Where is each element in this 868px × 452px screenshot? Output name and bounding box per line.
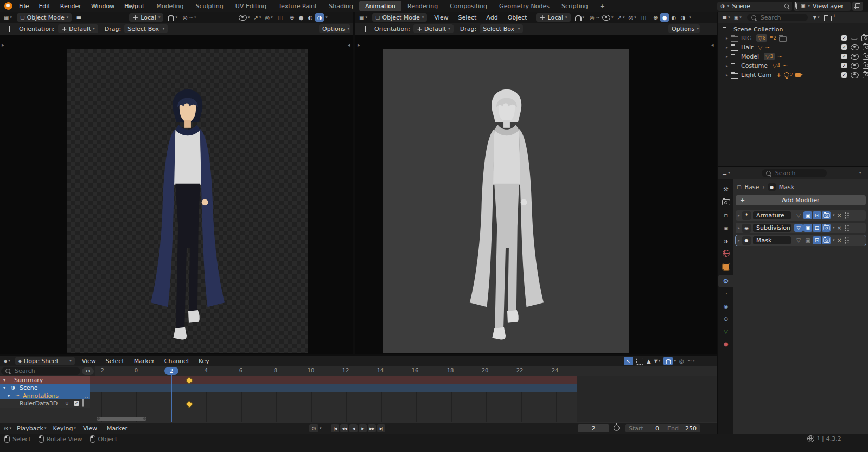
- drag-value-dropdown[interactable]: Select Box▾: [124, 24, 168, 33]
- edit-mode-toggle[interactable]: ▣: [803, 236, 812, 244]
- show-hidden-toggle[interactable]: [636, 358, 643, 365]
- modifier-armature[interactable]: ▸ * Armature ▽ ▣ ⊡ ▾ ×: [736, 210, 866, 221]
- viewport-splitter[interactable]: [353, 12, 355, 354]
- add-modifier-button[interactable]: + Add Modifier: [736, 195, 866, 205]
- expander-icon[interactable]: ▸: [726, 63, 728, 68]
- channel-scene-label[interactable]: ▾ ◑ Scene: [0, 384, 90, 392]
- edit-mode-toggle[interactable]: ▣: [803, 211, 812, 219]
- modifier-extras-dropdown[interactable]: ▾: [833, 238, 835, 242]
- shading-solid-button[interactable]: ●: [660, 13, 669, 22]
- outliner-search-input[interactable]: [760, 14, 803, 22]
- close-icon[interactable]: ×: [837, 212, 842, 219]
- tab-view-layer-icon[interactable]: ▣: [718, 222, 733, 234]
- modifier-extras-dropdown[interactable]: ▾: [833, 226, 835, 230]
- shading-rendered-button[interactable]: ◑: [315, 13, 324, 22]
- viewport-dopesheet-splitter[interactable]: [0, 354, 717, 356]
- render-visibility-icon[interactable]: [863, 72, 868, 78]
- xray-toggle[interactable]: ◫: [278, 15, 283, 21]
- select-menu[interactable]: Select: [453, 12, 481, 23]
- filter-dropdown[interactable]: ▼▾: [654, 359, 661, 364]
- expander-icon[interactable]: ▸: [738, 213, 740, 218]
- expander-open-icon[interactable]: ▾: [3, 385, 5, 390]
- snap-toggle[interactable]: ▾: [575, 14, 585, 21]
- tab-render-icon[interactable]: [718, 196, 733, 209]
- breadcrumb-modifier[interactable]: Mask: [779, 184, 794, 191]
- editor-type-button[interactable]: ▦▾: [4, 15, 12, 21]
- tab-scene-icon[interactable]: ◑: [718, 235, 733, 247]
- options-dropdown[interactable]: Options▾: [319, 24, 350, 33]
- render-toggle[interactable]: [822, 236, 831, 244]
- shading-dropdown[interactable]: ▾: [689, 16, 691, 20]
- tab-world-icon[interactable]: [718, 247, 733, 260]
- exclude-checkbox[interactable]: ✓: [841, 63, 847, 68]
- close-icon[interactable]: ×: [837, 224, 842, 231]
- add-workspace-button[interactable]: +: [594, 1, 611, 11]
- view-layer-selector[interactable]: ▣▾ ViewLayer: [797, 1, 863, 11]
- channel-summary-label[interactable]: ▾ Summary: [0, 376, 90, 384]
- proportional-editing-toggle[interactable]: ◎~▾: [590, 15, 603, 21]
- tab-output-icon[interactable]: ⊟: [718, 209, 733, 222]
- expander-icon[interactable]: ▸: [726, 73, 728, 78]
- marker-menu[interactable]: Marker: [102, 423, 132, 434]
- only-errors-toggle[interactable]: ▲: [647, 358, 651, 364]
- falloff-dropdown[interactable]: ~▾: [687, 358, 695, 364]
- outliner-row-costume[interactable]: ▸ Costume ▽4 ~ ✓: [726, 61, 868, 70]
- menu-file[interactable]: File: [14, 0, 34, 12]
- timeline-editor-type-button[interactable]: ⊙▾: [4, 425, 11, 431]
- expand-search-button[interactable]: ↔: [82, 367, 94, 375]
- channel-checkbox[interactable]: ✓: [74, 401, 79, 406]
- shading-material-button[interactable]: ◐: [306, 13, 315, 22]
- properties-search-input[interactable]: [774, 169, 822, 177]
- exclude-checkbox[interactable]: ✓: [841, 35, 847, 41]
- drag-handle[interactable]: [844, 237, 850, 244]
- shading-material-button[interactable]: ◐: [669, 13, 678, 22]
- channel-curve-icon[interactable]: ∪: [65, 401, 69, 406]
- outliner-display-mode-dropdown[interactable]: ≡▾: [722, 14, 730, 21]
- outliner-filter-dropdown[interactable]: ▼▾: [813, 15, 820, 20]
- editor-type-button[interactable]: ▦▾: [359, 15, 367, 21]
- end-frame-field[interactable]: End250: [663, 424, 700, 432]
- menu-render[interactable]: Render: [55, 0, 86, 12]
- only-selected-toggle[interactable]: ↖: [624, 357, 633, 365]
- play-button[interactable]: ▶: [359, 424, 367, 432]
- snap-dropdown[interactable]: ▾: [663, 357, 676, 365]
- tab-material-icon[interactable]: ●: [718, 338, 733, 350]
- unlocked-icon[interactable]: [82, 399, 84, 407]
- edit-cage-toggle[interactable]: ▽: [794, 224, 803, 232]
- modifier-extras-dropdown[interactable]: ▾: [833, 214, 835, 217]
- timeline-ruler[interactable]: -2 0 4 6 8 10 12 14 16 18 20 22 24: [0, 366, 717, 376]
- menu-window[interactable]: Window: [86, 0, 119, 12]
- realtime-toggle[interactable]: ⊡: [813, 236, 821, 244]
- snap-toggle[interactable]: ▾: [168, 14, 177, 21]
- overlays-dropdown[interactable]: ◎▾: [628, 15, 636, 21]
- properties-editor-type-button[interactable]: ≡▾: [722, 170, 730, 177]
- modifier-name-field[interactable]: Subdivision: [753, 224, 791, 232]
- tab-compositing[interactable]: Compositing: [444, 1, 493, 11]
- outliner-properties-splitter[interactable]: [718, 166, 868, 167]
- render-visibility-icon[interactable]: [863, 54, 868, 60]
- current-frame-badge[interactable]: 2: [164, 367, 178, 375]
- show-object-types-dropdown[interactable]: ▾: [602, 15, 614, 21]
- menu-edit[interactable]: Edit: [34, 0, 55, 12]
- jump-to-end-button[interactable]: ▶|: [377, 424, 385, 432]
- tab-rendering[interactable]: Rendering: [401, 1, 444, 11]
- collapsed-menus-button[interactable]: ≡: [76, 14, 81, 21]
- channel-menu[interactable]: Channel: [159, 356, 194, 366]
- preview-range-clock-icon[interactable]: [614, 425, 620, 431]
- close-icon[interactable]: ×: [837, 237, 842, 244]
- properties-options-dropdown[interactable]: ▾: [859, 171, 861, 175]
- tab-sculpting[interactable]: Sculpting: [189, 1, 229, 11]
- current-frame-field[interactable]: 2: [578, 424, 609, 432]
- overlays-dropdown[interactable]: ◎▾: [265, 15, 272, 21]
- key-menu[interactable]: Key: [194, 356, 214, 366]
- view-menu[interactable]: View: [429, 12, 453, 23]
- exclude-checkbox[interactable]: ✓: [841, 44, 847, 50]
- modifier-mask[interactable]: ▸ ● Mask ▽ ▣ ⊡ ▾ ×: [736, 235, 866, 246]
- tab-uv-editing[interactable]: UV Editing: [229, 1, 272, 11]
- outliner-search[interactable]: [747, 14, 808, 21]
- network-globe-icon[interactable]: [807, 435, 814, 442]
- edit-cage-toggle[interactable]: ▽: [794, 236, 803, 244]
- scrollbar-handle-left[interactable]: [97, 417, 100, 420]
- channel-scene-track[interactable]: [90, 384, 577, 392]
- expander-icon[interactable]: ▸: [726, 54, 728, 59]
